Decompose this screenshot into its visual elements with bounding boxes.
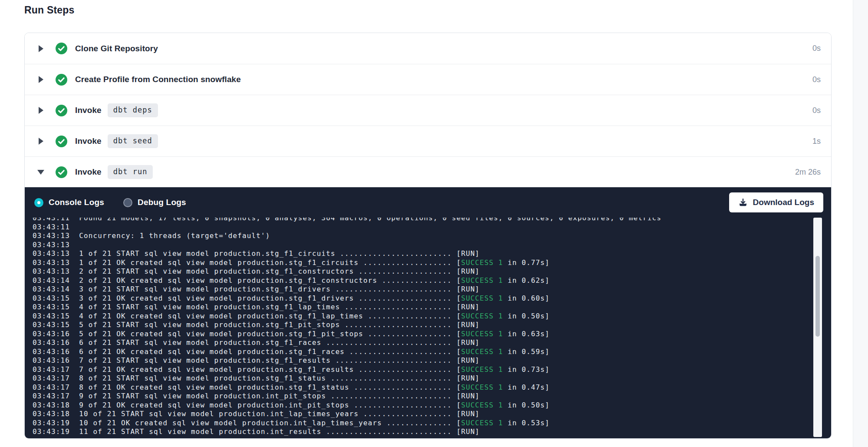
step-duration: 0s (812, 75, 821, 84)
chevron-right-icon[interactable] (38, 138, 44, 145)
download-logs-label: Download Logs (753, 198, 814, 207)
page-title: Run Steps (24, 4, 75, 16)
log-line: 03:43:16 5 of 21 OK created sql view mod… (33, 330, 831, 339)
step-command-chip: dbt deps (108, 103, 158, 117)
log-success-token: SUCCESS 1 (461, 330, 503, 338)
step-title: Invoke (75, 136, 102, 146)
console-log-lines: 03:43:11 Found 21 models, 17 tests, 0 sn… (33, 218, 831, 437)
log-line: 03:43:13 1 of 21 OK created sql view mod… (33, 258, 831, 268)
success-check-icon (56, 43, 67, 54)
log-line: 03:43:18 10 of 21 START sql view model p… (33, 410, 831, 419)
run-steps-card: Clone Git Repository0sCreate Profile fro… (24, 33, 832, 439)
step-row-dbt-seed[interactable]: Invokedbt seed1s (25, 126, 831, 156)
console-panel: Console LogsDebug Logs Download Logs 03:… (25, 187, 831, 438)
download-icon (738, 198, 748, 207)
log-success-token: SUCCESS 1 (461, 383, 503, 391)
step-duration: 0s (812, 44, 821, 53)
log-line: 03:43:16 7 of 21 START sql view model pr… (33, 356, 831, 365)
console-log-viewport[interactable]: 03:43:11 Found 21 models, 17 tests, 0 sn… (25, 218, 831, 438)
log-success-token: SUCCESS 1 (461, 276, 503, 285)
log-line: 03:43:18 9 of 21 OK created sql view mod… (33, 401, 831, 410)
step-title: Invoke (75, 106, 102, 115)
console-header: Console LogsDebug Logs Download Logs (25, 187, 831, 218)
chevron-right-icon[interactable] (38, 107, 44, 114)
log-line: 03:43:13 Concurrency: 1 threads (target=… (33, 232, 831, 241)
log-line: 03:43:14 2 of 21 OK created sql view mod… (33, 276, 831, 285)
success-check-icon (56, 166, 67, 178)
log-success-token: SUCCESS 1 (461, 258, 503, 267)
step-row-create-profile-from-connection-snowflake[interactable]: Create Profile from Connection snowflake… (25, 64, 831, 95)
log-line: 03:43:15 4 of 21 OK created sql view mod… (33, 312, 831, 321)
log-line: 03:43:13 2 of 21 START sql view model pr… (33, 267, 831, 276)
log-line: 03:43:13 (33, 241, 831, 250)
log-line: 03:43:11 Found 21 models, 17 tests, 0 sn… (33, 218, 831, 223)
radio-label: Console Logs (49, 198, 104, 207)
log-line: 03:43:16 6 of 21 START sql view model pr… (33, 338, 831, 348)
log-line: 03:43:15 5 of 21 START sql view model pr… (33, 321, 831, 330)
step-duration: 1s (812, 137, 821, 146)
log-line: 03:43:19 11 of 21 START sql view model p… (33, 427, 831, 437)
log-success-token: SUCCESS 1 (461, 419, 503, 427)
step-title: Invoke (75, 167, 102, 177)
log-line: 03:43:14 3 of 21 START sql view model pr… (33, 285, 831, 294)
log-success-token: SUCCESS 1 (461, 348, 503, 356)
step-row-dbt-run[interactable]: Invokedbt run2m 26s (25, 156, 831, 187)
log-line: 03:43:15 3 of 21 OK created sql view mod… (33, 294, 831, 303)
radio-debug-logs[interactable]: Debug Logs (123, 198, 186, 207)
step-command-chip: dbt seed (108, 134, 158, 148)
radio-label: Debug Logs (138, 198, 186, 207)
log-line: 03:43:17 9 of 21 START sql view model pr… (33, 392, 831, 401)
log-success-token: SUCCESS 1 (461, 312, 503, 320)
step-title: Create Profile from Connection snowflake (75, 75, 241, 84)
steps-list: Clone Git Repository0sCreate Profile fro… (25, 33, 831, 187)
log-line: 03:43:11 (33, 223, 831, 232)
step-command-chip: dbt run (108, 165, 153, 179)
radio-unselected-icon[interactable] (123, 198, 132, 207)
step-row-clone-git-repository[interactable]: Clone Git Repository0s (25, 33, 831, 64)
download-logs-button[interactable]: Download Logs (729, 192, 823, 212)
log-line: 03:43:15 4 of 21 START sql view model pr… (33, 303, 831, 312)
step-duration: 0s (812, 106, 821, 115)
page-right-gutter (853, 0, 868, 447)
console-scrollbar-thumb[interactable] (815, 256, 820, 337)
log-line: 03:43:16 6 of 21 OK created sql view mod… (33, 348, 831, 357)
log-line: 03:43:13 1 of 21 START sql view model pr… (33, 249, 831, 258)
log-success-token: SUCCESS 1 (461, 401, 503, 409)
step-duration: 2m 26s (795, 168, 821, 177)
log-line: 03:43:17 8 of 21 OK created sql view mod… (33, 383, 831, 392)
log-success-token: SUCCESS 1 (461, 294, 503, 302)
success-check-icon (56, 74, 67, 86)
step-title: Clone Git Repository (75, 44, 158, 53)
success-check-icon (56, 136, 67, 147)
chevron-right-icon[interactable] (38, 76, 44, 83)
chevron-right-icon[interactable] (38, 45, 44, 52)
success-check-icon (56, 105, 67, 116)
log-line: 03:43:17 8 of 21 START sql view model pr… (33, 374, 831, 383)
log-type-radio-group: Console LogsDebug Logs (34, 198, 205, 207)
radio-console-logs[interactable]: Console Logs (34, 198, 104, 207)
log-success-token: SUCCESS 1 (461, 365, 503, 374)
chevron-down-icon[interactable] (38, 170, 44, 175)
step-row-dbt-deps[interactable]: Invokedbt deps0s (25, 95, 831, 126)
radio-selected-icon[interactable] (34, 198, 43, 207)
log-line: 03:43:19 10 of 21 OK created sql view mo… (33, 419, 831, 428)
log-line: 03:43:17 7 of 21 OK created sql view mod… (33, 365, 831, 374)
console-scrollbar[interactable] (813, 218, 822, 437)
